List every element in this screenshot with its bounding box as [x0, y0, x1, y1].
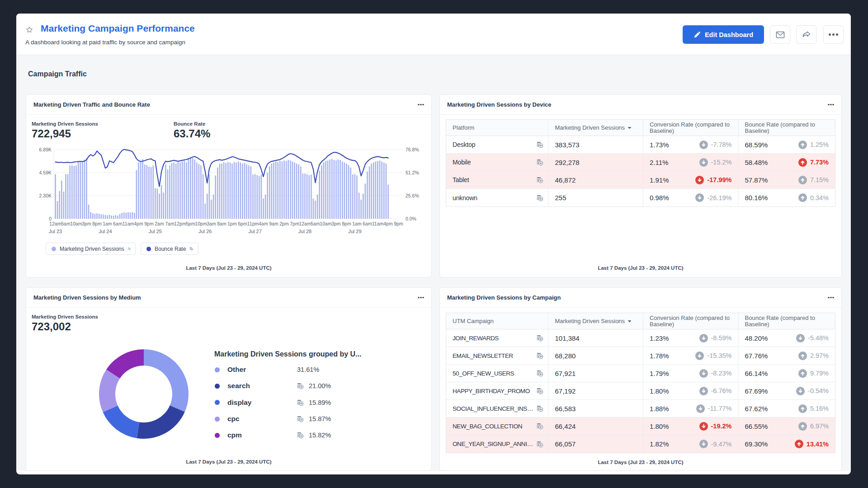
- svg-text:1am: 1am: [352, 221, 362, 226]
- svg-text:6am: 6am: [363, 221, 372, 226]
- svg-text:3am: 3am: [207, 221, 216, 226]
- svg-text:Jul 29: Jul 29: [348, 229, 361, 234]
- svg-text:6am: 6am: [113, 221, 123, 226]
- svg-text:10pm: 10pm: [195, 221, 207, 226]
- svg-text:8am: 8am: [217, 221, 226, 226]
- svg-text:Jul 28: Jul 28: [298, 229, 311, 234]
- svg-text:6.89K: 6.89K: [39, 147, 52, 152]
- svg-text:8pm: 8pm: [342, 221, 351, 226]
- svg-text:1am: 1am: [103, 221, 112, 226]
- svg-text:4pm: 4pm: [134, 221, 143, 226]
- svg-text:51.2%: 51.2%: [406, 170, 419, 175]
- svg-text:0.0%: 0.0%: [406, 216, 416, 221]
- svg-text:0: 0: [49, 216, 52, 221]
- svg-text:Jul 23: Jul 23: [49, 229, 62, 234]
- svg-text:3pm: 3pm: [331, 221, 341, 226]
- svg-text:12am: 12am: [299, 221, 311, 226]
- svg-text:12pm: 12pm: [174, 221, 186, 226]
- svg-text:8pm: 8pm: [92, 221, 102, 226]
- svg-text:7am: 7am: [165, 221, 175, 226]
- svg-text:5am: 5am: [311, 221, 320, 226]
- svg-text:2am: 2am: [155, 221, 164, 226]
- svg-text:12am: 12am: [49, 221, 61, 226]
- svg-text:10am: 10am: [70, 221, 82, 226]
- svg-text:76.8%: 76.8%: [406, 147, 419, 152]
- svg-text:10am: 10am: [320, 221, 332, 226]
- svg-text:4am: 4am: [259, 221, 268, 226]
- svg-text:11am: 11am: [372, 221, 384, 226]
- svg-text:1pm: 1pm: [227, 221, 237, 226]
- svg-text:Jul 25: Jul 25: [149, 229, 162, 234]
- svg-text:6pm: 6pm: [238, 221, 247, 226]
- svg-text:Jul 26: Jul 26: [198, 229, 212, 234]
- svg-text:9pm: 9pm: [394, 221, 403, 226]
- svg-text:Jul 24: Jul 24: [99, 229, 112, 234]
- svg-text:3pm: 3pm: [82, 221, 91, 226]
- svg-text:9pm: 9pm: [144, 221, 154, 226]
- svg-text:Jul 27: Jul 27: [248, 229, 261, 234]
- svg-text:9am: 9am: [269, 221, 278, 226]
- svg-text:11pm: 11pm: [247, 221, 259, 226]
- svg-text:25.6%: 25.6%: [406, 193, 419, 198]
- svg-text:5pm: 5pm: [186, 221, 195, 226]
- svg-text:2pm: 2pm: [279, 221, 289, 226]
- svg-text:4pm: 4pm: [383, 221, 393, 226]
- svg-text:4.59K: 4.59K: [39, 170, 52, 175]
- svg-text:2.30K: 2.30K: [39, 193, 52, 198]
- svg-text:7pm: 7pm: [290, 221, 299, 226]
- svg-text:11am: 11am: [123, 221, 134, 226]
- svg-text:5am: 5am: [61, 221, 71, 226]
